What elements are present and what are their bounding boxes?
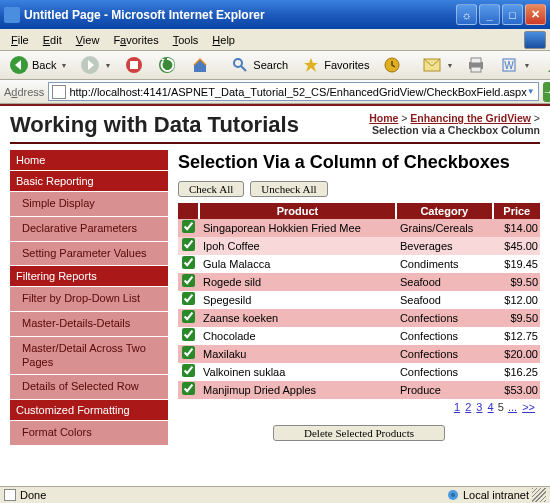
row-checkbox[interactable]	[182, 238, 195, 251]
mail-icon	[422, 55, 442, 75]
toolbar: Back ▼ ▼ Search Favorites ▼ W▼	[0, 51, 550, 80]
menu-favorites[interactable]: Favorites	[106, 32, 165, 48]
svg-text:W: W	[505, 60, 515, 71]
cell-product: Gula Malacca	[199, 255, 396, 273]
home-button[interactable]	[185, 52, 215, 78]
pager-page[interactable]: 2	[465, 401, 471, 413]
sidebar-item[interactable]: Master-Details-Details	[10, 312, 168, 337]
row-checkbox[interactable]	[182, 310, 195, 323]
window-titlebar: Untitled Page - Microsoft Internet Explo…	[0, 0, 550, 29]
history-button[interactable]	[377, 52, 407, 78]
sidebar-item[interactable]: Simple Display	[10, 192, 168, 217]
resize-grip[interactable]	[532, 488, 546, 502]
row-checkbox[interactable]	[182, 364, 195, 377]
row-checkbox[interactable]	[182, 256, 195, 269]
sidebar-group-basic[interactable]: Basic Reporting	[10, 171, 168, 192]
row-checkbox[interactable]	[182, 292, 195, 305]
cell-category: Confections	[396, 327, 493, 345]
close-button[interactable]: ✕	[525, 4, 546, 25]
menu-tools[interactable]: Tools	[166, 32, 206, 48]
row-checkbox[interactable]	[182, 274, 195, 287]
sidebar-group-custom[interactable]: Customized Formatting	[10, 400, 168, 421]
search-icon	[230, 55, 250, 75]
sidebar-item[interactable]: Setting Parameter Values	[10, 242, 168, 267]
zone-icon	[446, 488, 460, 502]
ie-icon	[4, 7, 20, 23]
cell-price: $45.00	[493, 237, 540, 255]
row-checkbox[interactable]	[182, 382, 195, 395]
cell-price: $14.00	[493, 219, 540, 237]
back-button[interactable]: Back ▼	[4, 52, 72, 78]
sidebar: Home Basic Reporting Simple Display Decl…	[10, 150, 168, 480]
sidebar-item[interactable]: Format Colors	[10, 421, 168, 446]
page-title: Working with Data Tutorials	[10, 112, 299, 138]
products-grid: Product Category Price Singaporean Hokki…	[178, 203, 540, 399]
svg-point-5	[234, 59, 242, 67]
refresh-icon	[157, 55, 177, 75]
refresh-button[interactable]	[152, 52, 182, 78]
pager-page[interactable]: 3	[476, 401, 482, 413]
breadcrumb: Home > Enhancing the GridView > Selectio…	[369, 112, 540, 136]
star-icon	[301, 55, 321, 75]
svg-line-6	[241, 66, 246, 71]
row-checkbox[interactable]	[182, 328, 195, 341]
forward-button[interactable]: ▼	[75, 52, 116, 78]
pager-more[interactable]: ...	[508, 401, 517, 413]
breadcrumb-section[interactable]: Enhancing the GridView	[410, 112, 531, 124]
maximize-button[interactable]: □	[502, 4, 523, 25]
pager-next[interactable]: >>	[522, 401, 535, 413]
favorites-button[interactable]: Favorites	[296, 52, 374, 78]
status-text: Done	[4, 489, 46, 501]
browser-viewport: Working with Data Tutorials Home > Enhan…	[0, 104, 550, 486]
check-all-button[interactable]: Check All	[178, 181, 244, 197]
print-button[interactable]	[461, 52, 491, 78]
pager-page[interactable]: 1	[454, 401, 460, 413]
sidebar-item[interactable]: Details of Selected Row	[10, 375, 168, 400]
stop-button[interactable]	[119, 52, 149, 78]
table-row: Singaporean Hokkien Fried MeeGrains/Cere…	[178, 219, 540, 237]
minimize-button[interactable]: _	[479, 4, 500, 25]
sidebar-item[interactable]: Filter by Drop-Down List	[10, 287, 168, 312]
chevron-down-icon[interactable]: ▼	[527, 87, 535, 96]
menu-view[interactable]: View	[69, 32, 107, 48]
sidebar-item[interactable]: Master/Detail Across Two Pages	[10, 337, 168, 376]
table-row: MaxilakuConfections$20.00	[178, 345, 540, 363]
address-input[interactable]: http://localhost:4141/ASPNET_Data_Tutori…	[48, 82, 538, 101]
mail-button[interactable]: ▼	[417, 52, 458, 78]
home-icon	[190, 55, 210, 75]
done-icon	[4, 489, 16, 501]
row-checkbox[interactable]	[182, 220, 195, 233]
sidebar-item[interactable]: Declarative Parameters	[10, 217, 168, 242]
breadcrumb-home[interactable]: Home	[369, 112, 398, 124]
pager-page[interactable]: 4	[488, 401, 494, 413]
throbber-icon	[524, 31, 546, 49]
col-checkbox	[178, 203, 199, 219]
menu-help[interactable]: Help	[205, 32, 242, 48]
pager: 1 2 3 4 5 ... >>	[178, 399, 540, 415]
cell-price: $53.00	[493, 381, 540, 399]
edit-icon: W	[499, 55, 519, 75]
search-button[interactable]: Search	[225, 52, 293, 78]
cell-category: Condiments	[396, 255, 493, 273]
sidebar-group-filtering[interactable]: Filtering Reports	[10, 266, 168, 287]
status-zone: Local intranet	[463, 489, 529, 501]
cell-product: Maxilaku	[199, 345, 396, 363]
svg-rect-11	[471, 67, 481, 72]
edit-button[interactable]: W▼	[494, 52, 535, 78]
cell-category: Confections	[396, 363, 493, 381]
cell-category: Grains/Cereals	[396, 219, 493, 237]
sidebar-item-home[interactable]: Home	[10, 150, 168, 171]
uncheck-all-button[interactable]: Uncheck All	[250, 181, 327, 197]
cell-product: Spegesild	[199, 291, 396, 309]
main-heading: Selection Via a Column of Checkboxes	[178, 152, 540, 173]
row-checkbox[interactable]	[182, 346, 195, 359]
table-row: Manjimup Dried ApplesProduce$53.00	[178, 381, 540, 399]
menu-file[interactable]: File	[4, 32, 36, 48]
theme-button[interactable]: ☼	[456, 4, 477, 25]
go-button[interactable]: →	[543, 82, 550, 102]
messenger-button[interactable]	[538, 52, 550, 78]
cell-product: Rogede sild	[199, 273, 396, 291]
delete-button[interactable]: Delete Selected Products	[273, 425, 445, 441]
window-title: Untitled Page - Microsoft Internet Explo…	[24, 8, 456, 22]
menu-edit[interactable]: Edit	[36, 32, 69, 48]
